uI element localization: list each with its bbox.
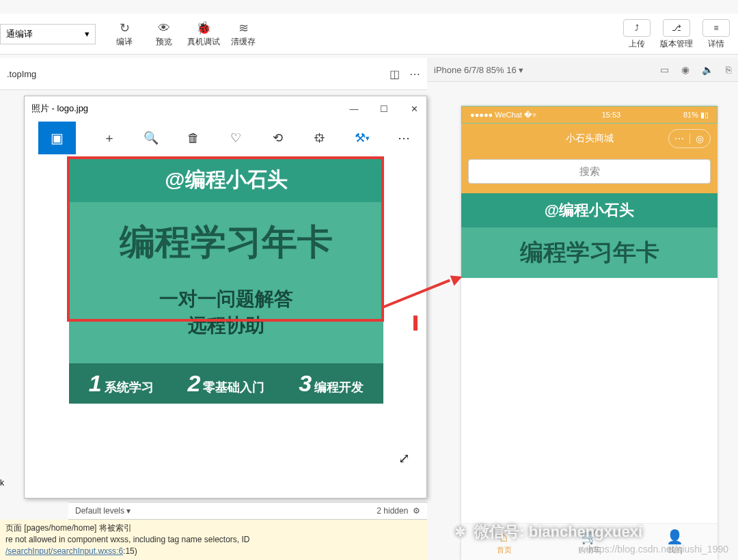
wechat-watermark: ✱ 微信号: bianchengxuexi bbox=[450, 522, 642, 542]
window-buttons: — ☐ ✕ bbox=[348, 104, 420, 114]
photos-toolbar: ▣ ＋ 🔍 🗑 ♡ ⟲ ⯐ ⚒ ▾ ⋯ bbox=[25, 121, 426, 155]
version-button[interactable]: ⎇ 版本管理 bbox=[660, 19, 693, 50]
photos-title: 照片 - logo.jpg bbox=[31, 102, 88, 115]
device-icon[interactable]: ▭ bbox=[660, 64, 669, 75]
compile-mode-label: 通编译 bbox=[6, 28, 33, 40]
zoom-button[interactable]: 🔍 bbox=[143, 128, 161, 148]
remote-debug-button[interactable]: 🐞 真机调试 bbox=[187, 20, 220, 48]
console-right: 2 hidden ⚙ bbox=[377, 506, 420, 516]
logo-feat-1: 1系统学习 bbox=[89, 370, 154, 397]
breadcrumb: .topImg bbox=[7, 69, 36, 79]
wechat-icon: ✱ bbox=[450, 522, 470, 542]
log-level-select[interactable]: Default levels ▾ bbox=[75, 506, 131, 516]
preview-label: 预览 bbox=[156, 36, 172, 48]
version-label: 版本管理 bbox=[660, 38, 693, 50]
compile-button[interactable]: ↻ 编译 bbox=[108, 20, 141, 48]
close-button[interactable]: ✕ bbox=[409, 104, 420, 114]
photos-canvas: @编程小石头 编程学习年卡 一对一问题解答 远程协助 1系统学习 2零基础入门 … bbox=[31, 158, 420, 472]
compile-mode-select[interactable]: 通编译 ▾ bbox=[0, 24, 96, 44]
annotation-arrow bbox=[383, 273, 461, 314]
capsule-button[interactable]: ⋯ ◎ bbox=[668, 129, 711, 148]
refresh-icon: ↻ bbox=[120, 20, 130, 36]
add-button[interactable]: ＋ bbox=[100, 128, 118, 148]
image-mode-button[interactable]: ▣ bbox=[38, 122, 76, 154]
expand-icon[interactable]: ⤢ bbox=[398, 450, 410, 466]
phone-nav-bar: 小石头商城 ⋯ ◎ bbox=[461, 124, 718, 154]
chevron-down-icon: ▾ bbox=[85, 29, 90, 39]
banner-mid-text: 编程学习年卡 bbox=[461, 227, 718, 278]
capsule-menu-icon[interactable]: ⋯ bbox=[669, 133, 689, 144]
toolbar-left-group: ↻ 编译 👁 预览 🐞 真机调试 ≋ 清缓存 bbox=[108, 20, 260, 48]
console-link[interactable]: /searchInput/searchInput.wxss:6 bbox=[5, 546, 123, 556]
phone-simulator: ●●●●● WeChat �ᯤ 15:53 81% ▮▯ 小石头商城 ⋯ ◎ 搜… bbox=[461, 106, 718, 560]
device-actions: ▭ ◉ 🔈 ⎘ bbox=[660, 64, 731, 75]
record-icon[interactable]: ◉ bbox=[681, 64, 689, 75]
compile-label: 编译 bbox=[116, 36, 133, 48]
upload-button[interactable]: ⤴ 上传 bbox=[620, 19, 653, 50]
search-area: 搜索 bbox=[461, 154, 718, 193]
minimize-button[interactable]: — bbox=[348, 104, 359, 114]
details-label: 详情 bbox=[708, 38, 724, 50]
search-input[interactable]: 搜索 bbox=[468, 159, 711, 184]
upload-icon: ⤴ bbox=[623, 19, 651, 37]
console-output: 页面 [pages/home/home] 将被索引 re not allowed… bbox=[0, 520, 427, 560]
sound-icon[interactable]: 🔈 bbox=[702, 64, 713, 75]
chevron-down-icon: ▾ bbox=[366, 134, 370, 143]
search-placeholder: 搜索 bbox=[579, 165, 600, 178]
banner-top-text: @编程小石头 bbox=[461, 193, 718, 227]
annotation-red-box bbox=[67, 156, 384, 322]
favorite-button[interactable]: ♡ bbox=[227, 128, 245, 148]
console-line-2b: /searchInput/searchInput.wxss:6:15) bbox=[5, 546, 422, 557]
more-icon[interactable]: ⋯ bbox=[409, 68, 420, 81]
console-line-1: 页面 [pages/home/home] 将被索引 bbox=[5, 522, 422, 534]
photos-window: 照片 - logo.jpg — ☐ ✕ ▣ ＋ 🔍 🗑 ♡ ⟲ ⯐ ⚒ ▾ ⋯ … bbox=[24, 96, 427, 499]
edit-button[interactable]: ⚒ ▾ bbox=[353, 128, 371, 148]
arrow-stub bbox=[413, 316, 418, 331]
status-left: ●●●●● WeChat �ᯤ bbox=[470, 111, 539, 120]
preview-button[interactable]: 👁 预览 bbox=[148, 20, 180, 48]
tab-home-label: 首页 bbox=[497, 545, 512, 555]
more-button[interactable]: ⋯ bbox=[395, 128, 413, 148]
toolbar-right-group: ⤴ 上传 ⎇ 版本管理 ≡ 详情 bbox=[620, 14, 733, 55]
split-view-icon[interactable]: ◫ bbox=[390, 68, 400, 81]
layers-icon: ≋ bbox=[238, 20, 249, 36]
crop-button[interactable]: ⯐ bbox=[311, 128, 329, 148]
device-name-select[interactable]: iPhone 6/7/8 85% 16 ▾ bbox=[434, 65, 523, 75]
eye-icon: 👁 bbox=[158, 20, 170, 36]
logo-bottom-row: 1系统学习 2零基础入门 3编程开发 bbox=[69, 363, 383, 404]
page-title: 小石头商城 bbox=[566, 132, 614, 145]
csdn-watermark: https://blog.csdn.net/qiushi_1990 bbox=[588, 544, 728, 555]
rotate-button[interactable]: ⟲ bbox=[269, 128, 286, 148]
delete-button[interactable]: 🗑 bbox=[184, 128, 202, 148]
status-battery: 81% ▮▯ bbox=[683, 111, 709, 120]
clear-cache-label: 清缓存 bbox=[231, 36, 256, 48]
arrow-line bbox=[382, 279, 450, 308]
user-icon: 👤 bbox=[666, 529, 683, 545]
branch-icon: ⎇ bbox=[663, 19, 690, 37]
gear-icon[interactable]: ⚙ bbox=[413, 506, 420, 516]
cutoff-text: k bbox=[0, 478, 10, 492]
main-toolbar: 通编译 ▾ ↻ 编译 👁 预览 🐞 真机调试 ≋ 清缓存 ⤴ 上传 ⎇ 版本管理 bbox=[0, 14, 738, 55]
remote-debug-label: 真机调试 bbox=[187, 36, 220, 48]
details-button[interactable]: ≡ 详情 bbox=[700, 19, 733, 50]
logo-feat-3: 3编程开发 bbox=[299, 370, 364, 397]
editor-meta-bar: .topImg ◫ ⋯ bbox=[0, 58, 427, 90]
console-line-2a: re not allowed in component wxss, includ… bbox=[5, 534, 422, 546]
photos-titlebar[interactable]: 照片 - logo.jpg — ☐ ✕ bbox=[25, 96, 426, 121]
clear-cache-button[interactable]: ≋ 清缓存 bbox=[227, 20, 260, 48]
top-banner-image: @编程小石头 编程学习年卡 bbox=[461, 193, 718, 278]
popout-icon[interactable]: ⎘ bbox=[726, 64, 731, 75]
upload-label: 上传 bbox=[629, 38, 645, 50]
wechat-id-text: 微信号: bianchengxuexi bbox=[474, 522, 642, 542]
status-time: 15:53 bbox=[602, 111, 621, 119]
maximize-button[interactable]: ☐ bbox=[379, 104, 390, 114]
tab-mine[interactable]: 👤 我的 bbox=[632, 524, 718, 560]
device-header: iPhone 6/7/8 85% 16 ▾ ▭ ◉ 🔈 ⎘ bbox=[427, 58, 738, 82]
hidden-count: 2 hidden bbox=[377, 506, 408, 516]
menu-icon: ≡ bbox=[702, 19, 730, 37]
console-toolbar: Default levels ▾ 2 hidden ⚙ bbox=[68, 502, 427, 520]
logo-feat-2: 2零基础入门 bbox=[188, 370, 265, 397]
capsule-close-icon[interactable]: ◎ bbox=[690, 133, 711, 144]
editor-mini-icons: ◫ ⋯ bbox=[390, 68, 420, 81]
phone-status-bar: ●●●●● WeChat �ᯤ 15:53 81% ▮▯ bbox=[461, 106, 718, 124]
